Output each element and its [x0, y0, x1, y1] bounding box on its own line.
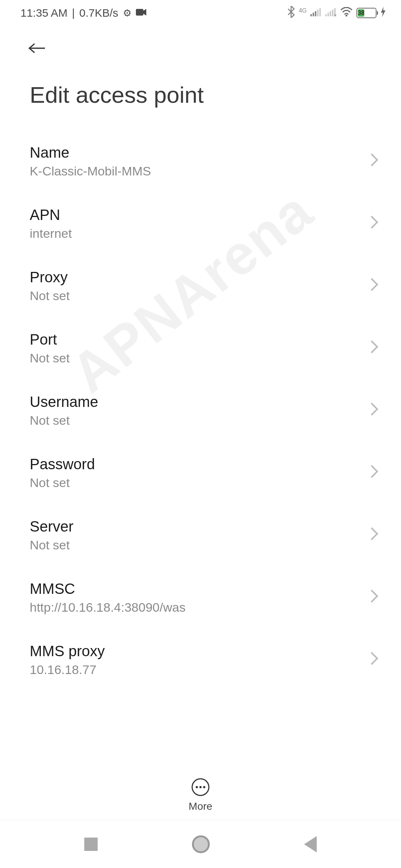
setting-value: Not set [30, 289, 70, 303]
status-separator: | [72, 7, 75, 19]
signal-1-icon [310, 7, 322, 19]
status-time: 11:35 AM [20, 7, 68, 19]
setting-username[interactable]: Username Not set [30, 379, 386, 442]
camera-icon [136, 7, 147, 19]
navigation-bar [0, 820, 401, 868]
setting-port[interactable]: Port Not set [30, 317, 386, 379]
chevron-right-icon [370, 339, 379, 358]
network-4g-label: 4G [299, 7, 307, 14]
setting-value: Not set [30, 351, 70, 365]
setting-value: 10.16.18.77 [30, 662, 105, 677]
chevron-right-icon [370, 277, 379, 295]
setting-value: Not set [30, 413, 98, 428]
chevron-right-icon [370, 526, 379, 545]
chevron-right-icon [370, 589, 379, 607]
setting-proxy[interactable]: Proxy Not set [30, 255, 386, 317]
arrow-left-icon [28, 41, 46, 56]
status-right: 4G ✕ 38 [287, 6, 386, 20]
setting-label: Server [30, 518, 74, 535]
battery-icon: 38 [356, 8, 376, 18]
nav-recents-button[interactable] [84, 838, 98, 851]
setting-label: MMSC [30, 581, 186, 597]
setting-server[interactable]: Server Not set [30, 504, 386, 566]
svg-text:✕: ✕ [333, 13, 336, 16]
nav-back-button[interactable] [304, 836, 317, 852]
setting-label: APN [30, 207, 72, 223]
setting-password[interactable]: Password Not set [30, 442, 386, 504]
more-icon [192, 778, 209, 796]
setting-value: Not set [30, 476, 95, 490]
setting-name[interactable]: Name K-Classic-Mobil-MMS [30, 130, 386, 193]
header [0, 26, 401, 63]
chevron-right-icon [370, 402, 379, 420]
setting-value: Not set [30, 538, 74, 552]
setting-label: Port [30, 331, 70, 348]
charging-icon [380, 7, 386, 19]
setting-label: Username [30, 394, 98, 410]
setting-label: Password [30, 456, 95, 473]
wifi-icon [340, 7, 353, 19]
status-bar: 11:35 AM | 0.7KB/s ⚙ 4G ✕ 38 [0, 0, 401, 26]
setting-mmsc[interactable]: MMSC http://10.16.18.4:38090/was [30, 566, 386, 629]
setting-label: Name [30, 144, 151, 161]
signal-2-icon: ✕ [325, 7, 336, 19]
svg-rect-6 [325, 14, 327, 16]
chevron-right-icon [370, 651, 379, 669]
setting-mms-proxy[interactable]: MMS proxy 10.16.18.77 [30, 629, 386, 691]
back-button[interactable] [28, 37, 50, 59]
gear-icon: ⚙ [123, 7, 131, 19]
setting-value: internet [30, 226, 72, 241]
battery-percent: 38 [358, 9, 364, 17]
setting-label: Proxy [30, 269, 70, 286]
svg-rect-2 [313, 13, 314, 16]
svg-rect-8 [330, 11, 331, 16]
svg-rect-1 [310, 14, 312, 16]
chevron-right-icon [370, 464, 379, 482]
svg-rect-0 [136, 9, 143, 16]
svg-rect-3 [315, 11, 316, 16]
svg-rect-5 [319, 8, 321, 16]
status-left: 11:35 AM | 0.7KB/s ⚙ [20, 7, 147, 19]
settings-list: Name K-Classic-Mobil-MMS APN internet Pr… [0, 108, 401, 691]
svg-point-12 [346, 15, 348, 17]
status-speed: 0.7KB/s [79, 7, 118, 19]
setting-value: K-Classic-Mobil-MMS [30, 164, 151, 178]
setting-label: MMS proxy [30, 643, 105, 660]
bluetooth-icon [287, 6, 295, 20]
more-label: More [189, 800, 212, 812]
chevron-right-icon [370, 152, 379, 171]
svg-rect-7 [327, 13, 329, 16]
chevron-right-icon [370, 215, 379, 233]
page-title: Edit access point [0, 63, 401, 108]
setting-apn[interactable]: APN internet [30, 193, 386, 255]
setting-value: http://10.16.18.4:38090/was [30, 600, 186, 615]
more-button[interactable]: More [0, 767, 401, 812]
nav-home-button[interactable] [192, 835, 210, 853]
svg-rect-4 [317, 10, 319, 16]
